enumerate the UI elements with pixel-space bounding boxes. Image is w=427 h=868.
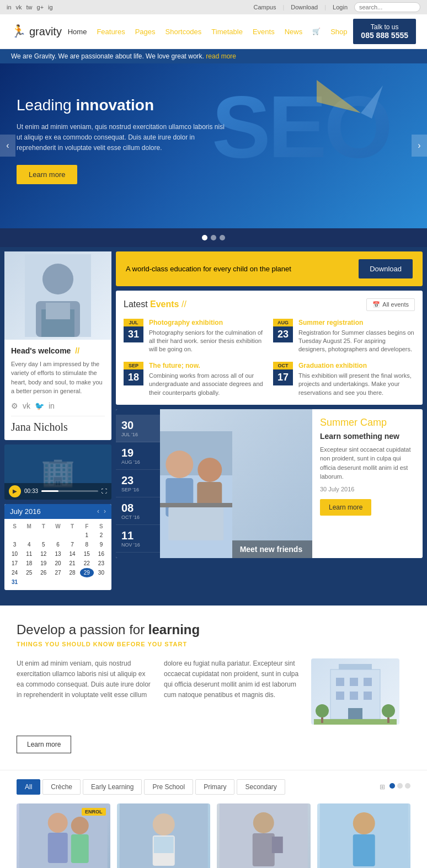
summer-subtitle: Learn something new <box>320 432 415 441</box>
cat-primary-button[interactable]: Primary <box>195 779 234 795</box>
cat-dot-1[interactable] <box>389 783 395 789</box>
cal-day-21[interactable]: 21 <box>66 559 79 568</box>
cat-pre-school-button[interactable]: Pre School <box>144 779 193 795</box>
summer-learn-more-button[interactable]: Learn more <box>320 499 371 516</box>
cat-early-learning-button[interactable]: Early Learning <box>83 779 142 795</box>
event-title-4[interactable]: Graduation exhibition <box>298 362 415 369</box>
svg-rect-24 <box>348 708 362 719</box>
cal-day-2[interactable]: 2 <box>94 531 108 540</box>
twitter-icon[interactable]: tw <box>26 4 33 10</box>
googleplus-icon[interactable]: g+ <box>37 4 44 10</box>
summer-date-4[interactable]: 08 OCT '16 <box>116 497 160 525</box>
calendar-next-button[interactable]: › <box>104 507 106 515</box>
campus-link[interactable]: Campus <box>253 4 276 10</box>
hero-next-button[interactable]: › <box>412 135 427 157</box>
cal-day-22[interactable]: 22 <box>80 559 94 568</box>
signature: Jana Nichols <box>11 416 105 433</box>
cal-day-14[interactable]: 14 <box>66 549 79 559</box>
profile-settings-icon[interactable]: ⚙ <box>11 401 18 410</box>
cal-day-27[interactable]: 27 <box>51 568 65 577</box>
cal-day-29-today[interactable]: 29 <box>80 568 94 577</box>
summer-date-1[interactable]: 30 JUL '16 <box>116 415 160 442</box>
cal-day-6[interactable]: 6 <box>51 540 65 549</box>
cal-day-31[interactable]: 31 <box>8 577 22 587</box>
svg-point-12 <box>198 458 222 482</box>
video-fullscreen-icon[interactable]: ⛶ <box>102 488 107 494</box>
cal-day-19[interactable]: 19 <box>36 559 50 568</box>
cal-day-8[interactable]: 8 <box>80 540 94 549</box>
nav-events[interactable]: Events <box>253 28 275 36</box>
profile-linkedin-icon[interactable]: in <box>49 401 55 410</box>
play-button[interactable]: ▶ <box>9 485 21 497</box>
cal-day-23[interactable]: 23 <box>94 559 108 568</box>
cal-day-3[interactable]: 3 <box>8 540 22 549</box>
cal-day-1[interactable]: 1 <box>80 531 94 540</box>
cat-creche-button[interactable]: Crèche <box>42 779 81 795</box>
banner-read-more[interactable]: read more <box>206 52 236 60</box>
cal-day-5[interactable]: 5 <box>36 540 50 549</box>
svg-rect-19 <box>350 678 358 686</box>
summer-date-3[interactable]: 23 SEP '16 <box>116 470 160 497</box>
hero-dot-3[interactable] <box>220 235 225 240</box>
calendar-prev-button[interactable]: ‹ <box>97 507 99 515</box>
nav-features[interactable]: Features <box>97 28 125 36</box>
cal-day-25[interactable]: 25 <box>22 568 36 577</box>
nav-home[interactable]: Home <box>68 28 87 36</box>
nav-pages[interactable]: Pages <box>135 28 156 36</box>
nav-news[interactable]: News <box>285 28 303 36</box>
program-card-image-2 <box>117 803 211 868</box>
vk-icon[interactable]: vk <box>16 4 22 10</box>
cat-dot-3[interactable] <box>405 783 410 789</box>
learn-image <box>311 658 410 725</box>
cal-day-10[interactable]: 10 <box>8 549 22 559</box>
hero-prev-button[interactable]: ‹ <box>0 135 15 157</box>
logo[interactable]: 🏃 gravity <box>11 24 62 39</box>
calendar-week-1: 1 2 <box>8 531 108 540</box>
learn-more-button[interactable]: Learn more <box>17 736 71 753</box>
event-title-1[interactable]: Photography exhibition <box>149 319 265 326</box>
cal-day-18[interactable]: 18 <box>22 559 36 568</box>
cal-header-s2: S <box>94 522 108 531</box>
cal-day-13[interactable]: 13 <box>51 549 65 559</box>
profile-vk-icon[interactable]: vk <box>23 401 30 410</box>
cat-secondary-button[interactable]: Secondary <box>237 779 285 795</box>
cal-day-20[interactable]: 20 <box>51 559 65 568</box>
instagram-icon[interactable]: ig <box>48 4 53 10</box>
download-link[interactable]: Download <box>291 4 318 10</box>
event-desc-2: Registration for Summer classes begins o… <box>298 329 415 354</box>
cat-dot-2[interactable] <box>397 783 403 789</box>
linkedin-icon[interactable]: in <box>7 4 12 10</box>
event-title-2[interactable]: Summer registration <box>298 319 415 326</box>
profile-twitter-icon[interactable]: 🐦 <box>35 401 44 410</box>
cal-day-15[interactable]: 15 <box>80 549 94 559</box>
download-button[interactable]: Download <box>359 259 413 278</box>
cal-day-17[interactable]: 17 <box>8 559 22 568</box>
download-banner-text: A world-class education for every child … <box>126 265 291 273</box>
nav-shortcodes[interactable]: Shortcodes <box>166 28 202 36</box>
svg-rect-25 <box>314 719 397 725</box>
cal-day-9[interactable]: 9 <box>94 540 108 549</box>
summer-date-5[interactable]: 11 NOV '16 <box>116 525 160 553</box>
login-link[interactable]: Login <box>333 4 348 10</box>
event-title-3[interactable]: The future; now. <box>149 362 265 369</box>
cal-day-30[interactable]: 30 <box>94 568 108 577</box>
cal-day-7[interactable]: 7 <box>66 540 79 549</box>
cal-day-28[interactable]: 28 <box>66 568 79 577</box>
cal-day-4[interactable]: 4 <box>22 540 36 549</box>
all-events-button[interactable]: 📅 All events <box>366 298 415 311</box>
hero-dot-1[interactable] <box>202 235 207 240</box>
nav-timetable[interactable]: Timetable <box>211 28 243 36</box>
hero-dot-2[interactable] <box>211 235 216 240</box>
program-card-4: Top academics Excepteur sint occaecat cu… <box>317 803 411 868</box>
cal-day-24[interactable]: 24 <box>8 568 22 577</box>
nav-shop[interactable]: Shop <box>330 28 347 36</box>
summer-date-2[interactable]: 19 AUG '16 <box>116 442 160 470</box>
hero-learn-more-button[interactable]: Learn more <box>17 165 77 184</box>
cal-day-12[interactable]: 12 <box>36 549 50 559</box>
cat-all-button[interactable]: All <box>17 779 40 795</box>
cal-day-16[interactable]: 16 <box>94 549 108 559</box>
search-input[interactable] <box>354 2 420 12</box>
cal-day-11[interactable]: 11 <box>22 549 36 559</box>
video-progress-bar[interactable] <box>41 490 98 492</box>
cal-day-26[interactable]: 26 <box>36 568 50 577</box>
